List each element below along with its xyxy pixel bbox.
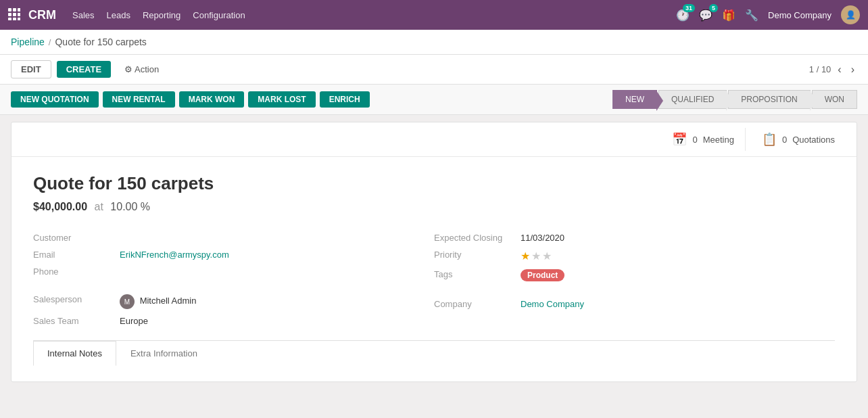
svg-rect-7 [13, 18, 16, 20]
amount-value: $40,000.00 [33, 201, 87, 212]
tag-product[interactable]: Product [521, 269, 564, 281]
menu-sales[interactable]: Sales [72, 10, 95, 20]
svg-rect-0 [8, 8, 11, 11]
left-fields: Customer Email ErikNFrench@armyspy.com P… [33, 229, 434, 329]
stage-proposition[interactable]: PROPOSITION [728, 90, 810, 109]
svg-rect-8 [18, 18, 20, 20]
breadcrumb-current: Quote for 150 carpets [55, 37, 146, 47]
edit-button[interactable]: EDIT [11, 60, 51, 78]
tab-extra-information[interactable]: Extra Information [116, 341, 212, 366]
next-button[interactable]: › [848, 62, 857, 77]
svg-rect-3 [8, 13, 11, 16]
company-row: Company Demo Company [434, 296, 835, 312]
document-icon: 📋 [762, 132, 777, 147]
record-title: Quote for 150 carpets [33, 173, 835, 194]
salesperson-row: Salesperson M Mitchell Admin [33, 291, 434, 312]
menu-leads[interactable]: Leads [107, 10, 130, 20]
email-value[interactable]: ErikNFrench@armyspy.com [120, 250, 229, 260]
expected-closing-row: Expected Closing 11/03/2020 [434, 229, 835, 246]
topnav-right: 🕐 31 💬 5 🎁 🔧 Demo Company 👤 [676, 5, 860, 24]
at-text: at [95, 201, 103, 212]
salesperson-avatar: M [120, 294, 135, 309]
company-value[interactable]: Demo Company [521, 299, 584, 309]
expected-closing-value: 11/03/2020 [521, 233, 564, 243]
pagination-label: 1 / 10 [809, 64, 831, 74]
meeting-metric[interactable]: 📅 0 Meeting [661, 128, 745, 151]
gift-icon[interactable]: 🎁 [722, 8, 736, 22]
svg-rect-4 [13, 13, 16, 16]
clock-count: 31 [683, 4, 695, 12]
quotations-label: Quotations [792, 135, 835, 145]
star-1[interactable]: ★ [521, 250, 530, 262]
quotations-metric[interactable]: 📋 0 Quotations [751, 128, 846, 151]
salesperson-value: M Mitchell Admin [120, 294, 196, 309]
customer-label: Customer [33, 233, 114, 243]
calendar-icon: 📅 [672, 132, 687, 147]
sales-team-value: Europe [120, 316, 148, 326]
email-label: Email [33, 250, 114, 260]
wrench-icon[interactable]: 🔧 [745, 8, 758, 22]
stage-qualified[interactable]: QUALIFIED [658, 90, 727, 109]
svg-rect-5 [18, 13, 20, 16]
user-avatar[interactable]: 👤 [841, 5, 860, 24]
card-metrics-bar: 📅 0 Meeting 📋 0 Quotations [11, 122, 857, 157]
tab-internal-notes[interactable]: Internal Notes [33, 341, 116, 366]
salesperson-name: Mitchell Admin [140, 296, 197, 306]
tags-label: Tags [434, 269, 515, 279]
meeting-label: Meeting [703, 135, 734, 145]
quotations-count: 0 [782, 135, 787, 145]
action-menu[interactable]: ⚙ Action [124, 64, 159, 74]
record-amount: $40,000.00 at 10.00 % [33, 201, 835, 213]
pagination: 1 / 10 ‹ › [809, 62, 857, 77]
new-quotation-button[interactable]: NEW QUOTATION [11, 91, 99, 108]
record-body: Quote for 150 carpets $40,000.00 at 10.0… [11, 157, 857, 381]
company-name[interactable]: Demo Company [768, 10, 831, 20]
breadcrumb-separator: / [49, 37, 51, 47]
new-rental-button[interactable]: NEW RENTAL [103, 91, 175, 108]
app-logo[interactable]: CRM [28, 8, 56, 22]
meeting-count: 0 [692, 135, 697, 145]
breadcrumb: Pipeline / Quote for 150 carpets [0, 30, 868, 55]
right-fields: Expected Closing 11/03/2020 Priority ★ ★… [434, 229, 835, 329]
customer-row: Customer [33, 229, 434, 246]
stage-won[interactable]: WON [812, 90, 857, 109]
email-row: Email ErikNFrench@armyspy.com [33, 246, 434, 263]
record-card: 📅 0 Meeting 📋 0 Quotations Quote for 150… [11, 122, 857, 382]
main-content: 📅 0 Meeting 📋 0 Quotations Quote for 150… [0, 115, 868, 389]
top-navigation: CRM Sales Leads Reporting Configuration … [0, 0, 868, 30]
main-menu: Sales Leads Reporting Configuration [72, 10, 676, 20]
star-3[interactable]: ★ [542, 250, 552, 262]
svg-rect-2 [18, 8, 20, 11]
percent-value: 10.00 % [110, 201, 150, 212]
clock-badge[interactable]: 🕐 31 [676, 8, 690, 22]
company-label: Company [434, 299, 515, 309]
sales-team-label: Sales Team [33, 316, 114, 326]
svg-rect-1 [13, 8, 16, 11]
mark-lost-button[interactable]: MARK LOST [248, 91, 315, 108]
menu-configuration[interactable]: Configuration [193, 10, 245, 20]
chat-badge[interactable]: 💬 5 [699, 8, 713, 22]
phone-label: Phone [33, 266, 114, 277]
grid-icon[interactable] [8, 8, 20, 22]
fields-grid: Customer Email ErikNFrench@armyspy.com P… [33, 229, 835, 329]
enrich-button[interactable]: ENRICH [320, 91, 370, 108]
toolbar: EDIT CREATE ⚙ Action 1 / 10 ‹ › [0, 55, 868, 85]
svg-rect-6 [8, 18, 11, 20]
star-2[interactable]: ★ [531, 250, 541, 262]
expected-closing-label: Expected Closing [434, 233, 515, 243]
priority-label: Priority [434, 250, 515, 260]
breadcrumb-parent[interactable]: Pipeline [11, 37, 45, 47]
mark-won-button[interactable]: MARK WON [179, 91, 245, 108]
tags-row: Tags Product [434, 266, 835, 285]
tabs: Internal Notes Extra Information [33, 340, 835, 365]
menu-reporting[interactable]: Reporting [143, 10, 180, 20]
priority-row: Priority ★ ★ ★ [434, 246, 835, 266]
stage-pipeline: NEW QUALIFIED PROPOSITION WON [612, 90, 857, 109]
priority-stars[interactable]: ★ ★ ★ [521, 250, 552, 262]
create-button[interactable]: CREATE [57, 61, 111, 78]
prev-button[interactable]: ‹ [835, 62, 844, 77]
phone-row: Phone [33, 263, 434, 280]
salesperson-label: Salesperson [33, 294, 114, 304]
stage-new[interactable]: NEW [612, 90, 657, 109]
chat-count: 5 [709, 4, 718, 12]
